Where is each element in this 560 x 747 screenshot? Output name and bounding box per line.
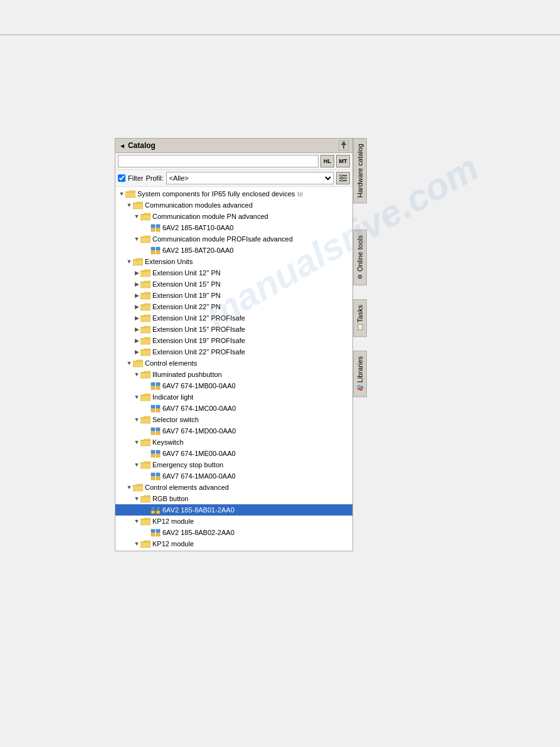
svg-rect-29	[151, 450, 155, 453]
tree-item-6av7-674-1mc00[interactable]: ▶ 6AV7 674-1MC00-0AA0	[115, 403, 352, 414]
sidebar-tab-online-tools[interactable]: ⚙ Online tools	[353, 230, 367, 285]
filter-row: Filter Profil: <Alle>	[115, 170, 352, 187]
tree-item-selector-switch[interactable]: ▼ Selector switch	[115, 414, 352, 425]
search-mt-button[interactable]: MT	[336, 155, 350, 167]
tree-item-ext-15-pn[interactable]: ▶ Extension Unit 15'' PN	[115, 278, 352, 290]
device-icon-6av2-185-8at10	[151, 223, 161, 232]
folder-icon-control-elements-advanced	[133, 483, 143, 492]
catalog-title-text: Catalog	[128, 141, 156, 150]
sidebar-tab-tasks[interactable]: 📋 Tasks	[353, 299, 367, 337]
tree-item-6av7-674-1ma00[interactable]: ▶ 6AV7 674-1MA00-0AA0	[115, 470, 352, 482]
svg-rect-2	[343, 146, 344, 149]
label-rgb-button: RGB button	[152, 494, 188, 504]
tree-item-kp12-module-2[interactable]: ▼ KP12 module	[115, 538, 352, 549]
tree-item-comm-modules-advanced[interactable]: ▼ Communication modules advanced	[115, 199, 352, 211]
svg-rect-9	[151, 225, 155, 228]
folder-icon-ext-19-profisafe	[140, 336, 151, 345]
toggle-comm-profisafe-advanced[interactable]: ▼	[133, 235, 140, 243]
sidebar-tab-hardware-catalog[interactable]: Hardware catalog	[353, 138, 367, 203]
toggle-ext-19-profisafe[interactable]: ▶	[133, 337, 140, 344]
toggle-keyswitch[interactable]: ▼	[133, 438, 140, 446]
folder-icon-rgb-button	[140, 494, 151, 503]
toggle-kp12-1[interactable]: ▼	[133, 517, 140, 525]
svg-rect-39	[151, 511, 155, 514]
tree-item-ext-12-profisafe[interactable]: ▶ Extension Unit 12'' PROFIsafe	[115, 312, 352, 324]
svg-rect-38	[156, 507, 160, 510]
svg-rect-31	[151, 454, 155, 457]
toggle-emergency-stop[interactable]: ▼	[133, 461, 140, 469]
tree-item-ext-22-pn[interactable]: ▶ Extension Unit 22'' PN	[115, 301, 352, 312]
tree-item-keyswitch[interactable]: ▼ Keyswitch	[115, 437, 352, 448]
tree-item-kp12-module-1[interactable]: ▼ KP12 module	[115, 516, 352, 527]
tree-item-ext-19-profisafe[interactable]: ▶ Extension Unit 19'' PROFIsafe	[115, 335, 352, 346]
tree-item-control-elements[interactable]: ▼ Control elements	[115, 358, 352, 369]
toggle-ext-22-profisafe[interactable]: ▶	[133, 348, 140, 356]
catalog-pin-button[interactable]	[339, 140, 349, 151]
toggle-ext-15-profisafe[interactable]: ▶	[133, 326, 140, 333]
toggle-selector-switch[interactable]: ▼	[133, 416, 140, 423]
svg-rect-41	[151, 529, 155, 532]
tree-item-rgb-button[interactable]: ▼ RGB button	[115, 493, 352, 504]
device-icon-6av7-674-1ma00	[151, 472, 161, 480]
tree-item-emergency-stop[interactable]: ▼ Emergency stop button	[115, 459, 352, 470]
tree-item-6av2-185-8ab02[interactable]: ▶ 6AV2 185-8AB02-2AA0	[115, 527, 352, 538]
filter-checkbox[interactable]	[118, 174, 125, 182]
tree-item-6av2-185-8ab01[interactable]: ▶ 6AV2 185-8AB01-2AA0	[115, 504, 352, 516]
tree-item-6av2-185-8ad02[interactable]: ▶ 6AV2 185-8AD02-2AA0	[115, 549, 352, 551]
toggle-control-elements-advanced[interactable]: ▼	[125, 484, 133, 491]
tree-item-ext-15-profisafe[interactable]: ▶ Extension Unit 15'' PROFIsafe	[115, 324, 352, 335]
tree-item-ext-22-profisafe[interactable]: ▶ Extension Unit 22'' PROFIsafe	[115, 346, 352, 358]
sidebar-tab-libraries[interactable]: 📚 Libraries	[353, 351, 367, 397]
toggle-ext-12-pn[interactable]: ▶	[133, 269, 140, 277]
folder-icon-comm-advanced	[133, 201, 143, 209]
toggle-kp12-2[interactable]: ▼	[133, 540, 140, 548]
toggle-system-components[interactable]: ▼	[118, 190, 125, 198]
toggle-comm-modules-advanced[interactable]: ▼	[125, 201, 133, 209]
profil-settings-button[interactable]	[336, 172, 350, 184]
svg-rect-15	[151, 251, 155, 254]
device-icon-6av7-674-1mb00	[151, 381, 161, 390]
tree-item-ext-19-pn[interactable]: ▶ Extension Unit 19'' PN	[115, 290, 352, 301]
device-icon-6av2-185-8ab02	[151, 528, 161, 537]
toggle-extension-units[interactable]: ▼	[125, 258, 133, 265]
folder-icon-ext-22-pn	[140, 302, 151, 311]
search-input[interactable]	[118, 155, 319, 167]
tree-item-indicator-light[interactable]: ▼ Indicator light	[115, 391, 352, 403]
toggle-illuminated-pushbutton[interactable]: ▼	[133, 371, 140, 378]
label-ext-12-pn: Extension Unit 12'' PN	[152, 268, 221, 278]
catalog-title-row: ◄ Catalog	[119, 141, 156, 150]
label-extension-units: Extension Units	[145, 257, 193, 267]
search-hl-button[interactable]: HL	[320, 155, 334, 167]
catalog-collapse-arrow[interactable]: ◄	[119, 142, 125, 149]
tree-item-6av2-185-8at20[interactable]: ▶ 6AV2 185-8AT20-0AA0	[115, 245, 352, 256]
tree-item-comm-pn-advanced[interactable]: ▼ Communication module PN advanced	[115, 211, 352, 222]
folder-icon-kp12-2	[140, 539, 151, 548]
label-system-components: System components for IP65 fully enclose…	[137, 189, 295, 199]
tree-item-extension-units[interactable]: ▼ Extension Units	[115, 256, 352, 267]
svg-rect-20	[156, 386, 160, 389]
tree-item-ext-12-pn[interactable]: ▶ Extension Unit 12'' PN	[115, 267, 352, 278]
toggle-rgb-button[interactable]: ▼	[133, 495, 140, 502]
settings-icon	[339, 174, 347, 183]
toggle-ext-12-profisafe[interactable]: ▶	[133, 314, 140, 322]
toggle-comm-pn-advanced[interactable]: ▼	[133, 213, 140, 220]
toggle-control-elements[interactable]: ▼	[125, 359, 133, 367]
toggle-indicator-light[interactable]: ▼	[133, 393, 140, 401]
tree-item-comm-profisafe-advanced[interactable]: ▼ Communication module PROFIsafe advance…	[115, 233, 352, 245]
tree-item-6av7-674-1mb00[interactable]: ▶ 6AV7 674-1MB00-0AA0	[115, 380, 352, 391]
profil-select[interactable]: <Alle>	[166, 172, 334, 184]
filter-label: Filter	[128, 174, 143, 182]
tree-item-6av7-674-1md00[interactable]: ▶ 6AV7 674-1MD00-0AA0	[115, 425, 352, 437]
folder-icon-ext-15-profisafe	[140, 325, 151, 334]
tree-item-system-components[interactable]: ▼ System components for IP65 fully enclo…	[115, 188, 352, 199]
label-6av2-185-8at10: 6AV2 185-8AT10-0AA0	[162, 223, 233, 233]
tree-item-6av2-185-8at10[interactable]: ▶ 6AV2 185-8AT10-0AA0	[115, 222, 352, 233]
toggle-ext-19-pn[interactable]: ▶	[133, 292, 140, 299]
toggle-ext-15-pn[interactable]: ▶	[133, 280, 140, 288]
label-comm-profisafe-advanced: Communication module PROFIsafe advanced	[152, 234, 293, 244]
tree-item-illuminated-pushbutton[interactable]: ▼ Illuminated pushbutton	[115, 369, 352, 380]
svg-rect-1	[341, 144, 346, 145]
toggle-ext-22-pn[interactable]: ▶	[133, 303, 140, 310]
tree-item-6av7-674-1me00[interactable]: ▶ 6AV7 674-1ME00-0AA0	[115, 448, 352, 459]
tree-item-control-elements-advanced[interactable]: ▼ Control elements advanced	[115, 482, 352, 493]
